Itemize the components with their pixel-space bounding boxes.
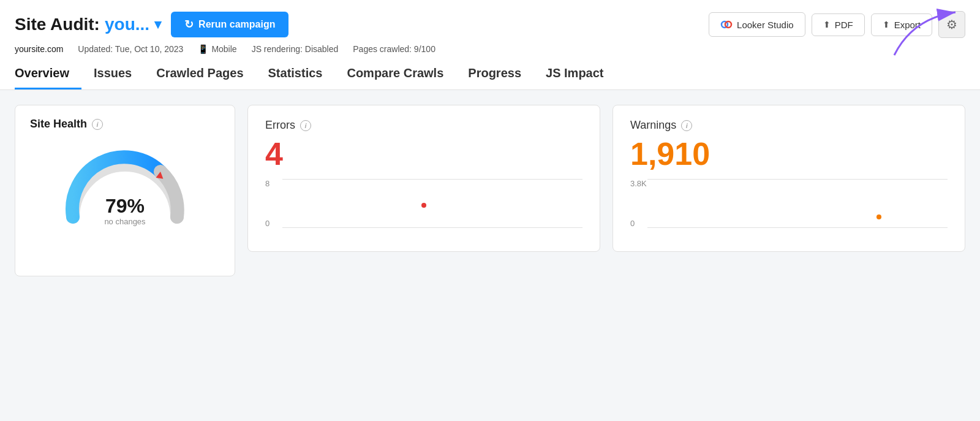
device-label: Mobile <box>211 44 236 54</box>
header-actions: Looker Studio ⬆ PDF ⬆ Export ⚙ <box>709 11 965 38</box>
pages-total-value: 100 <box>421 44 435 54</box>
site-health-card: Site Health i <box>15 105 235 276</box>
export-label: Export <box>894 20 921 30</box>
donut-sub-text: no changes <box>104 217 145 226</box>
errors-card: Errors i 4 8 0 <box>247 105 600 252</box>
header-meta: yoursite.com Updated: Tue, Oct 10, 2023 … <box>15 44 965 54</box>
tab-compare-crawls[interactable]: Compare Crawls <box>334 61 456 89</box>
pdf-upload-icon: ⬆ <box>823 20 831 29</box>
device-meta: 📱 Mobile <box>198 44 236 54</box>
warnings-dot <box>876 214 881 219</box>
rerun-icon: ↻ <box>184 18 194 31</box>
tab-statistics[interactable]: Statistics <box>256 61 335 89</box>
title-blue: you... <box>105 15 149 34</box>
warnings-top-label: 3.8K <box>630 179 647 188</box>
errors-label: Errors i <box>265 119 582 132</box>
pdf-label: PDF <box>835 20 853 30</box>
mobile-icon: 📱 <box>198 44 208 54</box>
main-content: Site Health i <box>0 90 980 276</box>
looker-studio-button[interactable]: Looker Studio <box>709 12 805 37</box>
js-rendering-meta: JS rendering: Disabled <box>252 44 339 54</box>
title-static: Site Audit: <box>15 15 100 34</box>
rerun-label: Rerun campaign <box>198 19 275 30</box>
tab-overview[interactable]: Overview <box>15 61 81 89</box>
errors-dot <box>421 203 426 208</box>
settings-gear-button[interactable]: ⚙ <box>938 11 965 38</box>
errors-bottom-label: 0 <box>265 219 270 228</box>
warnings-label: Warnings i <box>630 119 948 132</box>
donut-percent: 79% <box>104 196 145 216</box>
page-title: Site Audit: you... ▾ <box>15 15 161 34</box>
updated-date: Updated: Tue, Oct 10, 2023 <box>78 44 183 54</box>
site-health-donut: 79% no changes <box>30 140 220 232</box>
export-button[interactable]: ⬆ Export <box>871 13 932 36</box>
rerun-campaign-button[interactable]: ↻ Rerun campaign <box>171 12 288 37</box>
errors-value: 4 <box>265 137 582 172</box>
errors-chart-labels: 8 0 <box>265 179 270 228</box>
looker-studio-icon <box>720 18 733 31</box>
errors-top-label: 8 <box>265 179 270 188</box>
warnings-mini-chart: 3.8K 0 <box>630 179 948 228</box>
tab-js-impact[interactable]: JS Impact <box>533 61 616 89</box>
pages-crawled-value: Pages crawled: 9 <box>353 44 418 54</box>
tab-crawled-pages[interactable]: Crawled Pages <box>144 61 255 89</box>
warnings-card: Warnings i 1,910 3.8K 0 <box>612 105 965 252</box>
errors-mini-chart: 8 0 <box>265 179 582 228</box>
warnings-chart-labels: 3.8K 0 <box>630 179 647 228</box>
looker-studio-label: Looker Studio <box>737 20 794 30</box>
site-health-info-icon[interactable]: i <box>92 119 103 130</box>
warnings-chart-area <box>647 179 948 228</box>
site-health-title: Site Health i <box>30 118 220 131</box>
navigation-tabs: Overview Issues Crawled Pages Statistics… <box>15 61 965 89</box>
tab-progress[interactable]: Progress <box>456 61 533 89</box>
warnings-value: 1,910 <box>630 137 948 172</box>
dropdown-arrow-icon[interactable]: ▾ <box>154 17 161 32</box>
errors-info-icon[interactable]: i <box>300 120 311 131</box>
warnings-bottom-label: 0 <box>630 219 647 228</box>
warnings-info-icon[interactable]: i <box>681 120 692 131</box>
pages-crawled-meta: Pages crawled: 9/100 <box>353 44 435 54</box>
export-upload-icon: ⬆ <box>883 20 890 29</box>
errors-chart-area <box>282 179 582 228</box>
donut-center: 79% no changes <box>104 196 145 226</box>
pdf-button[interactable]: ⬆ PDF <box>812 13 865 36</box>
tab-issues[interactable]: Issues <box>81 61 144 89</box>
site-name: yoursite.com <box>15 44 63 54</box>
gear-icon: ⚙ <box>946 17 957 32</box>
